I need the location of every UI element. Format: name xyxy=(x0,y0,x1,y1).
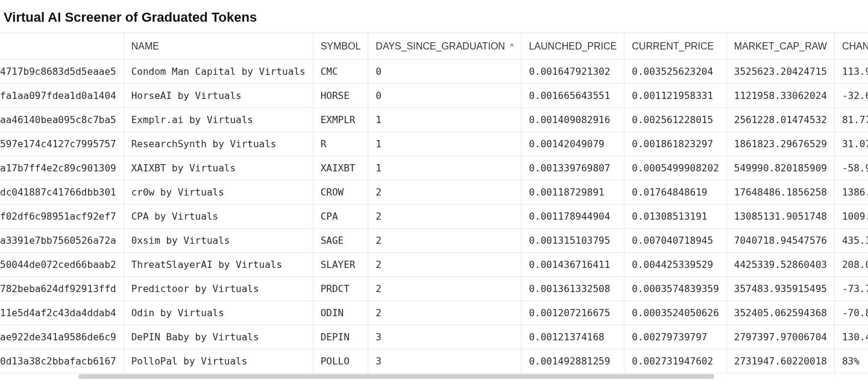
cell-launch: 0.001315103795 xyxy=(521,229,624,253)
cell-mcap: 4425339.52860403 xyxy=(727,253,835,277)
cell-current: 0.002731947602 xyxy=(624,349,727,374)
column-header-mcap[interactable]: MARKET_CAP_RAW xyxy=(727,33,835,60)
cell-mcap: 3525623.20424715 xyxy=(727,60,835,84)
cell-change: 208.02% xyxy=(835,253,868,277)
cell-current: 0.0003524050626 xyxy=(624,301,727,325)
table-header-row: NAMESYMBOLDAYS_SINCE_GRADUATION ^LAUNCHE… xyxy=(0,33,868,60)
cell-current: 0.01764848619 xyxy=(624,180,727,205)
cell-mcap: 1861823.29676529 xyxy=(727,132,835,156)
cell-symbol: PRDCT xyxy=(313,277,369,301)
table-row[interactable]: 4717b9c8683d5d5eaae5Condom Man Capital b… xyxy=(0,60,868,84)
table-row[interactable]: f02df6c98951acf92ef7CPA by VirtualsCPA20… xyxy=(0,205,868,229)
column-header-days[interactable]: DAYS_SINCE_GRADUATION ^ xyxy=(368,33,521,60)
cell-change: -70.81% xyxy=(835,301,868,325)
cell-launch: 0.00142049079 xyxy=(521,132,624,156)
column-header-label: MARKET_CAP_RAW xyxy=(734,41,827,51)
page-title: Virtual AI Screener of Graduated Tokens xyxy=(0,0,868,33)
cell-symbol: EXMPLR xyxy=(313,108,369,132)
table-body: 4717b9c8683d5d5eaae5Condom Man Capital b… xyxy=(0,60,868,374)
cell-id: a17b7ff4e2c89c901309 xyxy=(0,156,124,180)
cell-days: 2 xyxy=(368,301,521,325)
cell-symbol: XAIXBT xyxy=(313,156,369,180)
cell-change: 1386.44% xyxy=(835,180,868,205)
cell-launch: 0.001361332508 xyxy=(521,277,624,301)
column-header-symbol[interactable]: SYMBOL xyxy=(313,33,369,60)
table-row[interactable]: dc041887c41766dbb301cr0w by VirtualsCROW… xyxy=(0,180,868,205)
cell-name: Exmplr.ai by Virtuals xyxy=(124,108,313,132)
cell-days: 3 xyxy=(368,325,521,349)
column-header-change[interactable]: CHANGE_IN_PRICE xyxy=(835,33,868,60)
cell-launch: 0.001647921302 xyxy=(521,60,624,84)
cell-launch: 0.001207216675 xyxy=(521,301,624,325)
table-row[interactable]: 782beba624df92913ffdPredictoor by Virtua… xyxy=(0,277,868,301)
cell-change: -32.64% xyxy=(835,84,868,108)
table-row[interactable]: 50044de072ced66baab2ThreatSlayerAI by Vi… xyxy=(0,253,868,277)
cell-name: cr0w by Virtuals xyxy=(124,180,313,205)
column-header-launch[interactable]: LAUNCHED_PRICE xyxy=(521,33,624,60)
cell-name: CPA by Virtuals xyxy=(124,205,313,229)
table-row[interactable]: 597e174c4127c7995757ResearchSynth by Vir… xyxy=(0,132,868,156)
cell-id: a3391e7bb7560526a72a xyxy=(0,229,124,253)
cell-mcap: 7040718.94547576 xyxy=(727,229,835,253)
cell-launch: 0.001492881259 xyxy=(521,349,624,374)
cell-symbol: DEPIN xyxy=(313,325,369,349)
cell-current: 0.0005499908202 xyxy=(624,156,727,180)
cell-current: 0.01308513191 xyxy=(624,205,727,229)
cell-id: aa46140bea095c8c7ba5 xyxy=(0,108,124,132)
cell-mcap: 2561228.01474532 xyxy=(727,108,835,132)
column-header-name[interactable]: NAME xyxy=(124,33,313,60)
table-scroll-container[interactable]: NAMESYMBOLDAYS_SINCE_GRADUATION ^LAUNCHE… xyxy=(0,33,868,374)
cell-current: 0.00279739797 xyxy=(624,325,727,349)
cell-id: f02df6c98951acf92ef7 xyxy=(0,205,124,229)
scrollbar-thumb[interactable] xyxy=(78,374,714,379)
cell-name: Condom Man Capital by Virtuals xyxy=(124,60,313,84)
cell-current: 0.001121958331 xyxy=(624,84,727,108)
cell-symbol: HORSE xyxy=(313,84,369,108)
table-row[interactable]: 11e5d4af2c43da4ddab4Odin by VirtualsODIN… xyxy=(0,301,868,325)
cell-current: 0.003525623204 xyxy=(624,60,727,84)
cell-mcap: 357483.935915495 xyxy=(727,277,835,301)
cell-days: 2 xyxy=(368,205,521,229)
cell-symbol: SLAYER xyxy=(313,253,369,277)
cell-name: HorseAI by Virtuals xyxy=(124,84,313,108)
column-header-label: CURRENT_PRICE xyxy=(632,41,714,51)
cell-mcap: 13085131.9051748 xyxy=(727,205,835,229)
table-row[interactable]: a3391e7bb7560526a72a0xsim by VirtualsSAG… xyxy=(0,229,868,253)
horizontal-scrollbar[interactable] xyxy=(0,374,868,380)
column-header-label: SYMBOL xyxy=(321,41,361,51)
column-header-id[interactable] xyxy=(0,33,124,60)
table-row[interactable]: 0d13a38c2bbafacb6167PolloPal by Virtuals… xyxy=(0,349,868,374)
cell-mcap: 2797397.97006704 xyxy=(727,325,835,349)
table-row[interactable]: fa1aa097fdea1d0a1404HorseAI by VirtualsH… xyxy=(0,84,868,108)
cell-days: 2 xyxy=(368,180,521,205)
table-row[interactable]: a17b7ff4e2c89c901309XAIXBT by VirtualsXA… xyxy=(0,156,868,180)
cell-launch: 0.001178944904 xyxy=(521,205,624,229)
table-row[interactable]: aa46140bea095c8c7ba5Exmplr.ai by Virtual… xyxy=(0,108,868,132)
column-header-label: CHANGE_IN_PRICE xyxy=(842,41,868,51)
cell-mcap: 2731947.60220018 xyxy=(727,349,835,374)
cell-launch: 0.00121374168 xyxy=(521,325,624,349)
cell-days: 1 xyxy=(368,108,521,132)
cell-mcap: 352405.062594368 xyxy=(727,301,835,325)
column-header-current[interactable]: CURRENT_PRICE xyxy=(624,33,727,60)
sort-ascending-icon: ^ xyxy=(510,42,514,51)
cell-id: 11e5d4af2c43da4ddab4 xyxy=(0,301,124,325)
cell-change: 81.77% xyxy=(835,108,868,132)
cell-symbol: R xyxy=(313,132,369,156)
cell-change: 435.37% xyxy=(835,229,868,253)
table-row[interactable]: ae922de341a9586de6c9DePIN Baby by Virtua… xyxy=(0,325,868,349)
cell-days: 2 xyxy=(368,229,521,253)
cell-days: 2 xyxy=(368,253,521,277)
cell-name: Predictoor by Virtuals xyxy=(124,277,313,301)
cell-launch: 0.00118729891 xyxy=(521,180,624,205)
column-header-label: DAYS_SINCE_GRADUATION xyxy=(376,41,505,51)
cell-id: 597e174c4127c7995757 xyxy=(0,132,124,156)
cell-name: 0xsim by Virtuals xyxy=(124,229,313,253)
cell-symbol: CPA xyxy=(313,205,369,229)
cell-id: 0d13a38c2bbafacb6167 xyxy=(0,349,124,374)
cell-change: 1009.9% xyxy=(835,205,868,229)
cell-name: DePIN Baby by Virtuals xyxy=(124,325,313,349)
cell-change: 83% xyxy=(835,349,868,374)
cell-current: 0.002561228015 xyxy=(624,108,727,132)
cell-days: 2 xyxy=(368,277,521,301)
